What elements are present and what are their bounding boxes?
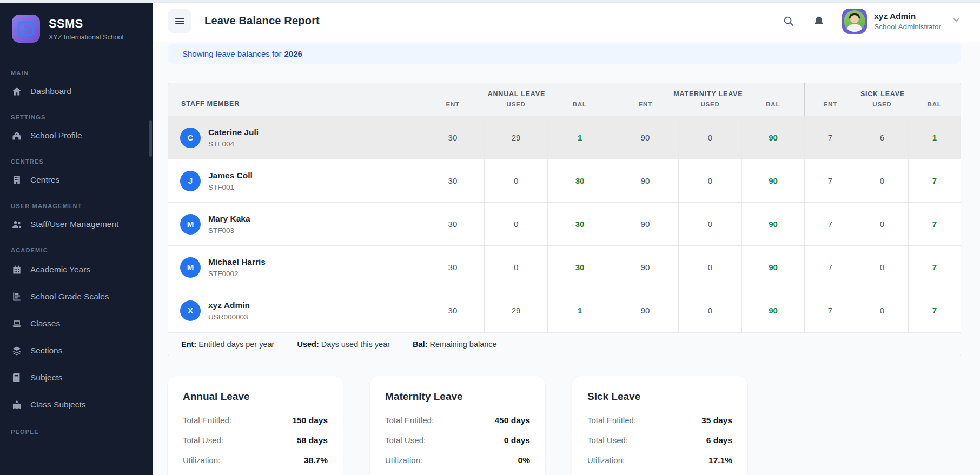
maternity-bal: 90 (742, 203, 805, 246)
annual-used: 29 (485, 289, 548, 332)
legend-item: Bal:Remaining balance (413, 340, 497, 349)
sidebar-item-staff-user-management[interactable]: Staff/User Management (0, 212, 153, 237)
maternity-ent: 90 (612, 159, 678, 203)
maternity-leave-card: Maternity Leave Total Entitled: 450 days… (370, 376, 545, 475)
table-row: X xyz Admin USR000003 30 29 1 90 0 90 7 … (168, 289, 961, 332)
annual-leave-card: Annual Leave Total Entitled: 150 days To… (168, 376, 343, 475)
sick-bal: 7 (908, 246, 961, 289)
group-header-sick-leave: SICK LEAVE (804, 83, 961, 98)
staff-name: xyz Admin (208, 300, 250, 310)
group-header-annual-leave: ANNUAL LEAVE (421, 83, 612, 98)
app-logo-icon: S (12, 15, 40, 43)
sidebar-item-label: School Profile (30, 131, 82, 141)
utilization-value: 0% (518, 456, 530, 465)
sick-used: 0 (856, 246, 909, 289)
sidebar: S SSMS XYZ International School MAIN Das… (0, 0, 153, 475)
users-icon (11, 219, 22, 230)
content: Showing leave balances for 2026 STAFF ME… (153, 42, 980, 475)
page-title: Leave Balance Report (204, 15, 320, 27)
user-name: xyz Admin (874, 11, 941, 21)
card-title: Maternity Leave (385, 391, 530, 403)
maternity-ent: 90 (612, 116, 678, 159)
calendar-icon (11, 264, 22, 276)
annual-ent: 30 (421, 246, 484, 289)
sub-header-bal: BAL (742, 98, 805, 116)
legend-item: Ent:Entitled days per year (181, 340, 274, 349)
sick-leave-card: Sick Leave Total Entitled: 35 days Total… (572, 376, 747, 475)
banner-year: 2026 (284, 49, 302, 58)
staff-id: STF0002 (208, 270, 266, 278)
sick-ent: 7 (804, 246, 856, 289)
sub-header-ent: ENT (421, 98, 484, 116)
sidebar-item-sections[interactable]: Sections (0, 337, 153, 364)
sub-header-used: USED (678, 98, 741, 116)
sidebar-item-label: Class Subjects (30, 400, 86, 410)
sidebar-item-label: Academic Years (30, 265, 90, 275)
annual-used: 0 (485, 159, 548, 203)
annual-used: 0 (485, 203, 548, 246)
search-button[interactable] (782, 14, 796, 28)
staff-name: Mary Kaka (208, 214, 250, 224)
sidebar-item-school-grade-scales[interactable]: School Grade Scales (0, 283, 153, 310)
annual-bal: 30 (548, 246, 612, 289)
sub-header-bal: BAL (548, 98, 612, 116)
staff-avatar: X (180, 300, 201, 321)
sub-header-used: USED (485, 98, 548, 116)
topbar-actions: xyz Admin School Administrator (782, 9, 961, 34)
sidebar-item-subjects[interactable]: Subjects (0, 364, 153, 391)
staff-avatar: J (180, 171, 201, 191)
home-icon (11, 86, 22, 97)
annual-bal: 1 (548, 116, 612, 159)
user-menu[interactable]: xyz Admin School Administrator (842, 9, 961, 34)
search-icon (783, 15, 794, 27)
sidebar-item-class-subjects[interactable]: Class Subjects (0, 391, 153, 418)
laptop-icon (11, 318, 22, 330)
main-area: Leave Balance Report xyz Admin Sc (153, 0, 980, 475)
sidebar-item-academic-years[interactable]: Academic Years (0, 256, 153, 283)
sidebar-scrollbar[interactable] (149, 120, 152, 157)
menu-toggle-button[interactable] (168, 9, 191, 33)
year-banner: Showing leave balances for 2026 (168, 44, 961, 64)
leave-balance-table: STAFF MEMBER ANNUAL LEAVE MATERNITY LEAV… (168, 83, 961, 332)
chevron-down-icon (951, 15, 961, 27)
sick-bal: 7 (908, 289, 961, 332)
group-header-maternity-leave: MATERNITY LEAVE (612, 83, 804, 98)
sub-header-bal: BAL (908, 98, 961, 116)
user-role: School Administrator (874, 23, 941, 31)
column-header-staff-member: STAFF MEMBER (168, 83, 421, 116)
entitled-label: Total Entitled: (385, 416, 434, 425)
entitled-value: 35 days (701, 416, 732, 425)
window-top-edge (0, 0, 980, 3)
maternity-ent: 90 (612, 289, 678, 332)
utilization-value: 17.1% (708, 456, 732, 465)
used-label: Total Used: (183, 436, 223, 445)
sick-used: 6 (856, 116, 909, 159)
entitled-value: 450 days (495, 416, 531, 425)
utilization-label: Utilization: (183, 456, 220, 465)
annual-bal: 1 (548, 289, 612, 332)
staff-avatar: M (180, 257, 201, 278)
maternity-bal: 90 (742, 159, 805, 203)
building-icon (11, 175, 22, 186)
sidebar-item-centres[interactable]: Centres (0, 168, 153, 192)
card-title: Annual Leave (183, 391, 328, 403)
table-row: M Michael Harris STF0002 30 0 30 90 0 90… (168, 246, 961, 289)
utilization-label: Utilization: (587, 456, 625, 465)
brand: S SSMS XYZ International School (0, 3, 153, 56)
notifications-button[interactable] (812, 14, 826, 28)
section-label-academic: ACADEMIC (0, 247, 153, 253)
maternity-ent: 90 (612, 246, 678, 289)
sidebar-item-classes[interactable]: Classes (0, 310, 153, 337)
sick-used: 0 (856, 289, 909, 332)
sick-bal: 7 (908, 203, 961, 246)
entitled-label: Total Entitled: (183, 416, 231, 425)
staff-avatar: C (180, 128, 201, 148)
sidebar-nav: MAIN Dashboard SETTINGS School Profile C… (0, 56, 153, 435)
book-icon (11, 372, 22, 384)
sidebar-item-school-profile[interactable]: School Profile (0, 123, 153, 148)
table-legend: Ent:Entitled days per year Used:Days use… (168, 332, 961, 356)
sidebar-item-label: Sections (30, 346, 62, 356)
sidebar-item-dashboard[interactable]: Dashboard (0, 79, 153, 104)
topbar: Leave Balance Report xyz Admin Sc (153, 0, 980, 42)
school-icon (11, 130, 22, 142)
